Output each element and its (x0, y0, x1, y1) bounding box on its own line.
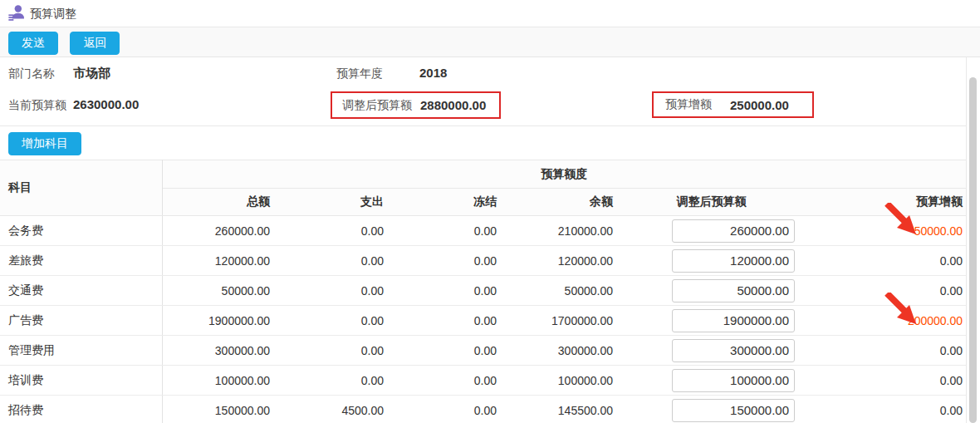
spent-cell: 0.00 (270, 366, 384, 396)
spent-cell: 0.00 (270, 276, 384, 306)
column-header-balance: 余额 (497, 189, 613, 216)
adjusted-budget-value: 2880000.00 (420, 98, 486, 112)
frozen-cell: 0.00 (384, 276, 497, 306)
frozen-cell: 0.00 (384, 246, 497, 276)
summary-form: 部门名称 市场部 预算年度 2018 当前预算额 2630000.00 调整后预… (0, 57, 980, 126)
adjusted-cell (613, 246, 810, 276)
table-row: 交通费 50000.00 0.00 0.00 50000.00 0.00 (0, 276, 966, 306)
increase-cell: 0.00 (810, 396, 966, 423)
subject-cell: 差旅费 (0, 246, 162, 276)
total-cell: 260000.00 (162, 216, 270, 246)
adjusted-budget-input[interactable] (672, 399, 795, 422)
column-header-adjusted: 调整后预算额 (613, 189, 810, 216)
adjusted-budget-input[interactable] (672, 219, 795, 243)
adjusted-cell (613, 336, 810, 366)
increase-value: 200000.00 (908, 314, 963, 327)
column-header-frozen: 冻结 (384, 189, 497, 216)
adjusted-budget-highlight-box: 调整后预算额 2880000.00 (331, 91, 501, 119)
subject-cell: 会务费 (0, 216, 162, 246)
adjusted-cell (613, 306, 810, 336)
table-row: 培训费 100000.00 0.00 0.00 100000.00 0.00 (0, 366, 966, 396)
balance-cell: 1700000.00 (497, 306, 613, 336)
increase-value: 0.00 (940, 284, 963, 298)
current-budget-value: 2630000.00 (73, 97, 139, 111)
increase-cell: 0.00 (810, 246, 966, 276)
column-header-increase: 预算增额 (810, 189, 966, 216)
balance-cell: 300000.00 (497, 336, 613, 366)
frozen-cell: 0.00 (384, 366, 497, 396)
add-subject-row: 增加科目 (0, 126, 980, 155)
increase-value: 50000.00 (914, 224, 963, 238)
table-row: 招待费 150000.00 4500.00 0.00 145500.00 0.0… (0, 396, 966, 423)
frozen-cell: 0.00 (384, 396, 497, 423)
adjusted-cell (613, 276, 810, 306)
balance-cell: 100000.00 (497, 366, 613, 396)
total-cell: 300000.00 (162, 336, 270, 366)
adjusted-budget-input[interactable] (672, 369, 795, 392)
vertical-scrollbar[interactable] (966, 57, 980, 423)
adjusted-budget-input[interactable] (672, 279, 795, 302)
budget-adjustment-page: 预算调整 发送 返回 部门名称 市场部 预算年度 2018 当前预算额 2630… (0, 0, 980, 423)
balance-cell: 145500.00 (497, 396, 613, 423)
subject-cell: 招待费 (0, 396, 162, 423)
table-group-header-row: 科目 预算额度 (0, 160, 966, 189)
person-icon (7, 4, 26, 22)
increase-value: 0.00 (940, 404, 963, 417)
total-cell: 100000.00 (162, 366, 270, 396)
total-cell: 1900000.00 (162, 306, 270, 336)
column-group-header: 预算额度 (162, 160, 966, 189)
budget-year-value: 2018 (419, 66, 447, 80)
balance-cell: 120000.00 (497, 246, 613, 276)
increase-value: 0.00 (940, 254, 963, 268)
adjusted-cell (613, 366, 810, 396)
toolbar: 发送 返回 (0, 27, 980, 57)
dept-name-value: 市场部 (73, 66, 110, 81)
increase-cell: 0.00 (810, 336, 966, 366)
subject-cell: 管理费用 (0, 336, 162, 366)
add-subject-button[interactable]: 增加科目 (8, 132, 81, 155)
send-button[interactable]: 发送 (8, 32, 58, 55)
budget-table: 科目 预算额度 总额 支出 冻结 余额 调整后预算额 预算增额 会务费 2600… (0, 160, 966, 423)
budget-increase-value: 250000.00 (730, 98, 789, 112)
budget-increase-highlight-box: 预算增额 250000.00 (652, 91, 814, 118)
subject-cell: 培训费 (0, 366, 162, 396)
spent-cell: 0.00 (270, 306, 384, 336)
adjusted-cell (613, 396, 810, 423)
subject-cell: 广告费 (0, 306, 162, 336)
increase-cell: 50000.00 (810, 216, 966, 246)
dept-name-label: 部门名称 (8, 66, 55, 81)
total-cell: 120000.00 (162, 246, 270, 276)
balance-cell: 50000.00 (497, 276, 613, 306)
table-row: 会务费 260000.00 0.00 0.00 210000.00 50000.… (0, 216, 966, 246)
spent-cell: 0.00 (270, 246, 384, 276)
adjusted-budget-input[interactable] (672, 309, 795, 332)
budget-increase-label: 预算增额 (665, 97, 712, 112)
increase-cell: 200000.00 (810, 306, 966, 336)
page-title: 预算调整 (30, 0, 76, 27)
frozen-cell: 0.00 (384, 216, 497, 246)
column-header-subject: 科目 (0, 160, 162, 216)
adjusted-budget-input[interactable] (672, 249, 795, 273)
spent-cell: 0.00 (270, 336, 384, 366)
frozen-cell: 0.00 (384, 306, 497, 336)
subject-cell: 交通费 (0, 276, 162, 306)
balance-cell: 210000.00 (497, 216, 613, 246)
spent-cell: 0.00 (270, 216, 384, 246)
budget-year-label: 预算年度 (336, 66, 383, 81)
page-header: 预算调整 (0, 0, 980, 27)
increase-value: 0.00 (940, 344, 963, 357)
column-header-spent: 支出 (270, 189, 384, 216)
adjusted-cell (613, 216, 810, 246)
adjusted-budget-input[interactable] (672, 339, 795, 362)
table-row: 差旅费 120000.00 0.00 0.00 120000.00 0.00 (0, 246, 966, 276)
spent-cell: 4500.00 (270, 396, 384, 423)
frozen-cell: 0.00 (384, 336, 497, 366)
scrollbar-thumb[interactable] (969, 77, 977, 423)
back-button[interactable]: 返回 (70, 32, 120, 55)
increase-cell: 0.00 (810, 366, 966, 396)
total-cell: 150000.00 (162, 396, 270, 423)
table-row: 管理费用 300000.00 0.00 0.00 300000.00 0.00 (0, 336, 966, 366)
table-row: 广告费 1900000.00 0.00 0.00 1700000.00 2000… (0, 306, 966, 336)
column-header-total: 总额 (162, 189, 270, 216)
current-budget-label: 当前预算额 (8, 98, 66, 113)
